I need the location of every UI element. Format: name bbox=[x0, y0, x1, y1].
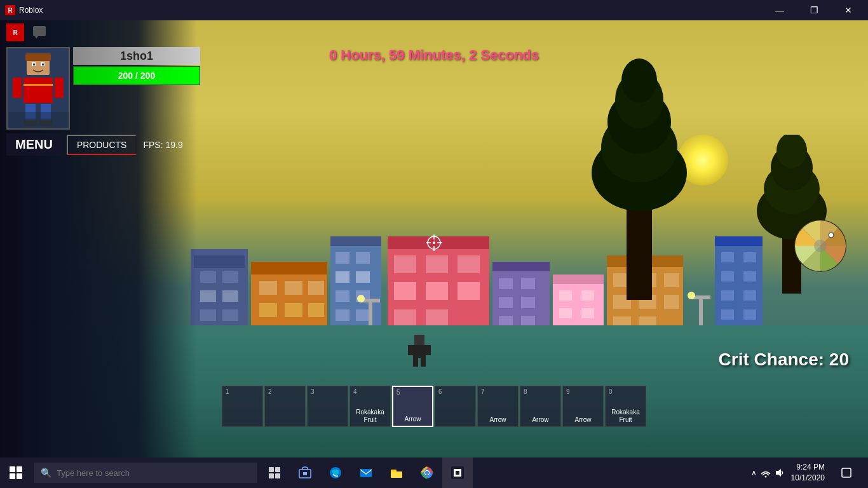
volume-icon bbox=[775, 468, 785, 478]
slot-item-label: Arrow bbox=[404, 416, 421, 423]
notification-button[interactable] bbox=[831, 458, 862, 488]
hotbar-slot-6[interactable]: 6 bbox=[435, 386, 476, 427]
svg-rect-11 bbox=[285, 281, 302, 295]
hotbar-slot-8[interactable]: 8Arrow bbox=[520, 386, 561, 427]
roblox-taskbar-icon[interactable] bbox=[442, 458, 473, 488]
window-controls: — ❐ ✕ bbox=[765, 0, 863, 20]
store-icon[interactable] bbox=[290, 458, 320, 488]
health-text: 200 / 200 bbox=[74, 67, 200, 85]
color-wheel bbox=[792, 217, 849, 274]
svg-rect-4 bbox=[200, 290, 216, 302]
svg-rect-21 bbox=[336, 252, 349, 264]
player-character bbox=[407, 335, 432, 367]
slot-number: 8 bbox=[524, 388, 527, 395]
svg-rect-47 bbox=[499, 297, 513, 308]
svg-rect-143 bbox=[456, 471, 459, 475]
svg-rect-13 bbox=[259, 303, 277, 317]
svg-rect-46 bbox=[521, 278, 535, 289]
crit-chance-display: Crit Chance: 20 bbox=[719, 349, 849, 370]
chat-icon[interactable] bbox=[31, 24, 48, 41]
svg-rect-146 bbox=[842, 468, 851, 477]
player-name: 1sho1 bbox=[73, 47, 200, 65]
windows-logo bbox=[10, 466, 22, 479]
chrome-icon[interactable] bbox=[412, 458, 442, 488]
svg-rect-31 bbox=[394, 255, 416, 273]
slot-item-label: Arrow bbox=[574, 416, 591, 424]
start-button[interactable] bbox=[0, 458, 32, 488]
svg-rect-98 bbox=[426, 345, 431, 355]
menu-bar: MENU PRODUCTS FPS: 19.9 bbox=[6, 133, 183, 156]
svg-rect-116 bbox=[24, 78, 53, 103]
hotbar-slot-0[interactable]: 0Rokakaka Fruit bbox=[605, 386, 646, 427]
titlebar: R Roblox — ❐ ✕ bbox=[0, 0, 868, 20]
svg-rect-100 bbox=[421, 358, 426, 367]
file-explorer-icon[interactable] bbox=[381, 458, 412, 488]
search-bar[interactable]: 🔍 bbox=[34, 463, 257, 483]
svg-rect-123 bbox=[24, 84, 53, 86]
svg-rect-15 bbox=[308, 303, 324, 317]
svg-rect-5 bbox=[222, 290, 238, 302]
svg-rect-137 bbox=[391, 471, 402, 478]
mail-icon[interactable] bbox=[351, 458, 381, 488]
svg-rect-55 bbox=[559, 308, 572, 318]
roblox-game-icon[interactable]: R bbox=[6, 24, 24, 41]
hotbar-slot-2[interactable]: 2 bbox=[264, 386, 306, 427]
hotbar-slot-4[interactable]: 4Rokakaka Fruit bbox=[349, 386, 391, 427]
tray-arrow-up[interactable]: ∧ bbox=[751, 468, 757, 477]
hotbar-slot-7[interactable]: 7Arrow bbox=[477, 386, 519, 427]
hotbar-slot-9[interactable]: 9Arrow bbox=[562, 386, 604, 427]
svg-rect-111 bbox=[25, 53, 51, 61]
edge-browser-icon[interactable] bbox=[320, 458, 351, 488]
svg-rect-36 bbox=[458, 282, 480, 300]
svg-rect-77 bbox=[721, 271, 734, 281]
svg-rect-34 bbox=[394, 282, 416, 300]
search-input[interactable] bbox=[57, 468, 250, 478]
game-timer: 0 Hours, 59 Minutes, 2 Seconds bbox=[329, 47, 539, 64]
svg-rect-32 bbox=[426, 255, 448, 273]
system-tray: ∧ bbox=[751, 468, 785, 478]
svg-rect-133 bbox=[303, 472, 307, 475]
menu-button[interactable]: MENU bbox=[6, 133, 62, 156]
crosshair bbox=[424, 233, 444, 252]
slot-item-label: Rokakaka Fruit bbox=[350, 409, 390, 424]
hotbar-slot-5[interactable]: 5Arrow bbox=[392, 386, 433, 427]
svg-rect-97 bbox=[408, 345, 413, 355]
roblox-icon: R bbox=[5, 5, 15, 15]
svg-rect-6 bbox=[200, 309, 216, 321]
svg-rect-114 bbox=[33, 64, 35, 65]
slot-number: 7 bbox=[481, 388, 485, 395]
svg-rect-3 bbox=[222, 271, 238, 283]
minimize-button[interactable]: — bbox=[765, 0, 794, 20]
close-button[interactable]: ✕ bbox=[834, 0, 863, 20]
svg-rect-45 bbox=[499, 278, 513, 289]
health-bar: 200 / 200 bbox=[73, 66, 200, 85]
hotbar: 1234Rokakaka Fruit5Arrow67Arrow8Arrow9Ar… bbox=[222, 386, 646, 427]
svg-rect-44 bbox=[492, 262, 550, 271]
hotbar-slot-1[interactable]: 1 bbox=[222, 386, 263, 427]
svg-rect-37 bbox=[394, 309, 416, 327]
products-button[interactable]: PRODUCTS bbox=[67, 135, 137, 155]
task-view-button[interactable] bbox=[259, 458, 290, 488]
svg-rect-7 bbox=[222, 309, 238, 321]
avatar-box bbox=[6, 47, 70, 130]
svg-rect-79 bbox=[721, 290, 734, 301]
svg-rect-129 bbox=[275, 467, 280, 472]
slot-number: 2 bbox=[268, 388, 272, 395]
svg-rect-53 bbox=[559, 290, 572, 301]
svg-rect-81 bbox=[721, 309, 734, 320]
svg-point-127 bbox=[829, 233, 834, 238]
player-info: 1sho1 200 / 200 bbox=[73, 47, 200, 85]
svg-rect-9 bbox=[251, 262, 327, 274]
svg-rect-1 bbox=[194, 255, 245, 268]
svg-rect-124 bbox=[8, 112, 69, 128]
svg-point-106 bbox=[433, 241, 435, 244]
system-clock[interactable]: 9:24 PM 10/1/2020 bbox=[791, 462, 825, 484]
slot-number: 3 bbox=[311, 388, 315, 395]
hotbar-slot-3[interactable]: 3 bbox=[307, 386, 348, 427]
svg-rect-2 bbox=[200, 271, 216, 283]
svg-rect-107 bbox=[33, 26, 46, 36]
maximize-button[interactable]: ❐ bbox=[799, 0, 829, 20]
svg-rect-12 bbox=[308, 281, 324, 295]
svg-rect-33 bbox=[458, 255, 480, 273]
slot-item-label: Arrow bbox=[489, 416, 506, 424]
